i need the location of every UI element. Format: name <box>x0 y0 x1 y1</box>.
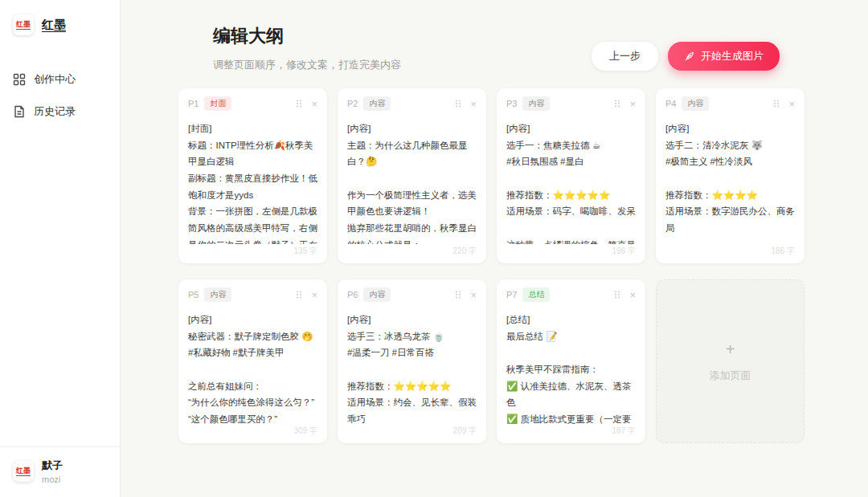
word-count: 196 字 <box>506 246 636 257</box>
card-tag-badge: 内容 <box>204 287 231 302</box>
card-content-text[interactable]: [内容] 选手一：焦糖美拉德 ☕ #秋日氛围感 #显白 推荐指数：⭐⭐⭐⭐⭐ 适… <box>506 120 636 244</box>
card-tag-badge: 内容 <box>363 96 391 111</box>
drag-handle-icon[interactable] <box>295 290 303 299</box>
drag-handle-icon[interactable] <box>454 99 462 108</box>
card-header: P7 总结 × <box>506 287 636 302</box>
word-count: 135 字 <box>188 246 317 257</box>
card-tag-badge: 内容 <box>682 96 709 111</box>
card-id: P6 <box>347 290 358 299</box>
card-content-text[interactable]: [内容] 主题：为什么这几种颜色最显白？🤔 作为一个极简理性主义者，选美甲颜色也… <box>347 120 477 244</box>
card-header: P4 内容 × <box>665 96 795 111</box>
card-header: P2 内容 × <box>347 96 477 111</box>
card-id: P5 <box>188 290 199 299</box>
card-content-text[interactable]: [总结] 最后总结 📝 秋季美甲不踩雷指南： ✅ 认准美拉德、水泥灰、透茶色 ✅… <box>506 312 636 424</box>
outline-card: P2 内容 × [内容] 主题：为什么这几种颜色最显白？🤔 作为一个极简理性主义… <box>338 88 486 263</box>
drag-handle-icon[interactable] <box>613 99 621 108</box>
user-profile[interactable]: 红墨 默子 mozi <box>0 446 120 497</box>
card-header: P6 内容 × <box>347 287 477 302</box>
card-id: P1 <box>188 99 199 108</box>
card-id: P4 <box>665 99 676 108</box>
word-count: 186 字 <box>665 246 795 257</box>
grid-icon <box>13 73 26 86</box>
sidebar-item-creation-center[interactable]: 创作中心 <box>0 66 120 93</box>
outline-card: P1 封面 × [封面] 标题：INTP理性分析🍂秋季美甲显白逻辑 副标题：黄黑… <box>178 88 327 263</box>
outline-card: P6 内容 × [内容] 选手三：冰透乌龙茶 🍵 #温柔一刀 #日常百搭 推荐指… <box>338 279 486 443</box>
card-header: P1 封面 × <box>188 96 317 111</box>
card-content-text[interactable]: [封面] 标题：INTP理性分析🍂秋季美甲显白逻辑 副标题：黄黑皮直接抄作业！低… <box>188 120 317 244</box>
generate-images-button[interactable]: 开始生成图片 <box>668 42 780 71</box>
close-icon[interactable]: × <box>629 99 636 109</box>
drag-handle-icon[interactable] <box>454 290 462 299</box>
card-header: P3 内容 × <box>506 96 636 111</box>
user-handle: mozi <box>42 475 63 484</box>
close-icon[interactable]: × <box>311 99 317 109</box>
sidebar-item-label: 创作中心 <box>34 72 76 87</box>
card-tag-badge: 封面 <box>204 96 231 111</box>
sidebar: 红墨 红墨 创作中心 <box>0 0 121 497</box>
brand-name: 红墨 <box>42 18 66 33</box>
outline-card: P5 内容 × [内容] 秘密武器：默子牌定制色胶 🤭 #私藏好物 #默子牌美甲… <box>178 279 327 443</box>
sidebar-item-label: 历史记录 <box>34 104 76 119</box>
header-actions: 上一步 开始生成图片 <box>592 42 780 71</box>
card-content-text[interactable]: [内容] 秘密武器：默子牌定制色胶 🤭 #私藏好物 #默子牌美甲 之前总有姐妹问… <box>188 312 317 424</box>
user-name: 默子 <box>42 458 63 473</box>
card-tag-badge: 总结 <box>522 287 550 302</box>
history-doc-icon <box>13 105 26 118</box>
card-tag-badge: 内容 <box>363 287 391 302</box>
plus-icon: + <box>726 340 735 359</box>
add-page-label: 添加页面 <box>710 369 751 383</box>
brand-logo-icon: 红墨 <box>13 14 34 35</box>
word-count: 309 字 <box>188 426 317 437</box>
card-header: P5 内容 × <box>188 287 317 302</box>
word-count: 187 字 <box>506 426 636 437</box>
word-count: 209 字 <box>347 426 477 437</box>
sidebar-nav: 创作中心 历史记录 <box>0 66 120 125</box>
word-count: 220 字 <box>347 246 477 257</box>
app-root: 红墨 红墨 创作中心 <box>0 0 868 497</box>
outline-card: P7 总结 × [总结] 最后总结 📝 秋季美甲不踩雷指南： ✅ 认准美拉德、水… <box>497 279 645 443</box>
close-icon[interactable]: × <box>470 290 477 300</box>
drag-handle-icon[interactable] <box>613 290 621 299</box>
outline-card: P4 内容 × [内容] 选手二：清冷水泥灰 🐺 #极简主义 #性冷淡风 推荐指… <box>656 88 805 263</box>
outline-cards-grid: P1 封面 × [封面] 标题：INTP理性分析🍂秋季美甲显白逻辑 副标题：黄黑… <box>178 88 805 443</box>
sidebar-item-history[interactable]: 历史记录 <box>0 98 120 125</box>
drag-handle-icon[interactable] <box>295 99 303 108</box>
close-icon[interactable]: × <box>311 290 317 300</box>
card-id: P3 <box>506 99 517 108</box>
close-icon[interactable]: × <box>788 99 795 109</box>
avatar: 红墨 <box>13 461 34 482</box>
close-icon[interactable]: × <box>470 99 477 109</box>
previous-step-button[interactable]: 上一步 <box>592 42 658 71</box>
quill-icon <box>684 51 695 62</box>
card-tag-badge: 内容 <box>522 96 550 111</box>
close-icon[interactable]: × <box>629 290 636 300</box>
outline-card: P3 内容 × [内容] 选手一：焦糖美拉德 ☕ #秋日氛围感 #显白 推荐指数… <box>497 88 645 263</box>
drag-handle-icon[interactable] <box>772 99 780 108</box>
card-id: P7 <box>506 290 517 299</box>
card-content-text[interactable]: [内容] 选手三：冰透乌龙茶 🍵 #温柔一刀 #日常百搭 推荐指数：⭐⭐⭐⭐⭐ … <box>347 312 477 424</box>
add-page-card[interactable]: + 添加页面 <box>656 279 805 443</box>
card-content-text[interactable]: [内容] 选手二：清冷水泥灰 🐺 #极简主义 #性冷淡风 推荐指数：⭐⭐⭐⭐ 适… <box>665 120 795 244</box>
card-id: P2 <box>347 99 358 108</box>
user-meta: 默子 mozi <box>42 458 63 484</box>
brand[interactable]: 红墨 红墨 <box>0 0 120 35</box>
main-area: 编辑大纲 调整页面顺序，修改文案，打造完美内容 上一步 开始生成图片 P1 封面 <box>121 0 868 497</box>
